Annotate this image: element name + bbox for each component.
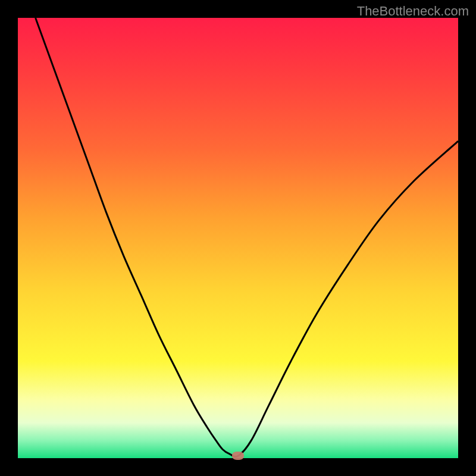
chart-plot-area — [18, 18, 458, 458]
watermark-text: TheBottleneck.com — [357, 4, 469, 19]
minimum-marker — [232, 452, 244, 460]
bottleneck-curve — [18, 18, 458, 458]
